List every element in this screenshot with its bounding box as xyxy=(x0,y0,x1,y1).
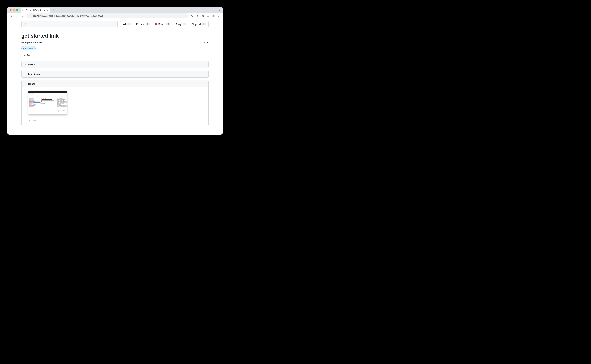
panel-header-errors[interactable]: Errors xyxy=(21,61,208,68)
filter-bar: All 6 Passed 3 ✕ Failed 3 Flaky 0 xyxy=(120,21,208,27)
test-meta: example.spec.ts:16 6.0s xyxy=(21,41,209,44)
reload-button[interactable] xyxy=(20,14,25,18)
address-bar[interactable]: i localhost:9323/#?testId=a30a6eba6312f6… xyxy=(27,13,188,18)
browser-toolbar: i localhost:9323/#?testId=a30a6eba6312f6… xyxy=(7,13,223,19)
bookmark-icon[interactable] xyxy=(200,14,205,18)
filter-label: All xyxy=(123,23,126,26)
tab-label: Run xyxy=(27,54,31,57)
svg-point-5 xyxy=(218,16,219,16)
minimize-window-button[interactable] xyxy=(13,9,15,11)
panel-title: Test Steps xyxy=(28,73,40,76)
forward-button[interactable] xyxy=(15,14,19,18)
search-input[interactable] xyxy=(21,21,118,27)
maximize-window-button[interactable] xyxy=(16,9,18,11)
traffic-lights xyxy=(10,9,18,11)
globe-icon xyxy=(22,9,25,11)
toolbar-actions xyxy=(190,14,221,18)
panel-errors: Errors xyxy=(21,61,209,68)
menu-icon[interactable] xyxy=(216,14,221,18)
trace-thumbnail[interactable]: Playwright Trace Viewer ▸ Playwright xyxy=(28,91,67,114)
chevron-right-icon xyxy=(24,73,26,75)
tab-strip: Playwright Test Report × + ⌄ xyxy=(7,7,223,13)
filter-passed[interactable]: Passed 3 xyxy=(134,21,153,27)
filter-count: 3 xyxy=(146,23,150,26)
filter-all[interactable]: All 6 xyxy=(120,21,133,27)
back-button[interactable] xyxy=(9,14,14,18)
tab-run[interactable]: ✕ Run xyxy=(21,52,33,58)
panel-header-steps[interactable]: Test Steps xyxy=(21,71,208,78)
share-icon[interactable] xyxy=(195,14,200,18)
url-path: :9323/#?testId=a30a6eba6312f6b87ea5-274e… xyxy=(41,15,103,17)
filter-count: 6 xyxy=(127,23,131,26)
panel-title: Traces xyxy=(28,82,36,85)
filter-count: 3 xyxy=(166,23,170,26)
side-panel-icon[interactable] xyxy=(206,14,210,18)
panel-title: Errors xyxy=(28,63,35,66)
url-host: localhost xyxy=(33,15,41,17)
panel-body-traces: Playwright Trace Viewer ▸ Playwright xyxy=(21,87,208,125)
archive-icon xyxy=(28,119,31,122)
filter-flaky[interactable]: Flaky 0 xyxy=(173,21,189,27)
new-tab-button[interactable]: + xyxy=(51,8,56,13)
search-icon xyxy=(23,23,26,26)
close-tab-icon[interactable]: × xyxy=(47,9,48,12)
page-content: All 6 Passed 3 ✕ Failed 3 Flaky 0 xyxy=(7,19,223,135)
test-title: get started link xyxy=(21,33,209,39)
x-icon: ✕ xyxy=(23,54,25,57)
test-duration: 6.0s xyxy=(204,41,208,44)
url-text: localhost:9323/#?testId=a30a6eba6312f6b8… xyxy=(33,15,103,17)
trace-link[interactable]: trace xyxy=(33,119,38,122)
tab-title: Playwright Test Report xyxy=(26,9,46,11)
test-location: example.spec.ts:16 xyxy=(21,41,43,44)
chevron-down-icon xyxy=(24,83,26,85)
svg-point-6 xyxy=(218,16,219,17)
profile-icon[interactable] xyxy=(211,14,216,18)
panel-traces: Traces Playwright Trace Viewer ▸ Playwri… xyxy=(21,80,209,126)
filter-label: Failed xyxy=(158,23,165,26)
zoom-icon[interactable] xyxy=(190,14,195,18)
svg-rect-1 xyxy=(207,15,209,17)
site-info-icon[interactable]: i xyxy=(29,15,31,17)
filter-failed[interactable]: ✕ Failed 3 xyxy=(153,21,173,27)
panel-header-traces[interactable]: Traces xyxy=(21,80,208,87)
trace-link-row: trace xyxy=(28,119,205,122)
project-tag[interactable]: chromium xyxy=(21,46,36,50)
svg-point-4 xyxy=(218,15,219,15)
panel-test-steps: Test Steps xyxy=(21,71,209,78)
filter-count: 0 xyxy=(202,23,206,26)
close-window-button[interactable] xyxy=(10,9,12,11)
expand-tabs-button[interactable]: ⌄ xyxy=(219,9,221,11)
filter-label: Flaky xyxy=(175,23,181,26)
chevron-right-icon xyxy=(24,63,26,66)
filter-count: 0 xyxy=(183,23,186,26)
browser-window: Playwright Test Report × + ⌄ i localhost… xyxy=(7,7,223,135)
x-icon: ✕ xyxy=(155,23,157,26)
browser-tab[interactable]: Playwright Test Report × xyxy=(20,7,50,13)
svg-rect-9 xyxy=(30,120,30,121)
filter-label: Passed xyxy=(136,23,145,26)
filter-label: Skipped xyxy=(192,23,201,26)
svg-point-7 xyxy=(24,23,26,25)
run-tabs: ✕ Run xyxy=(21,52,209,58)
svg-point-3 xyxy=(213,15,214,16)
filter-skipped[interactable]: Skipped 0 xyxy=(189,21,208,27)
